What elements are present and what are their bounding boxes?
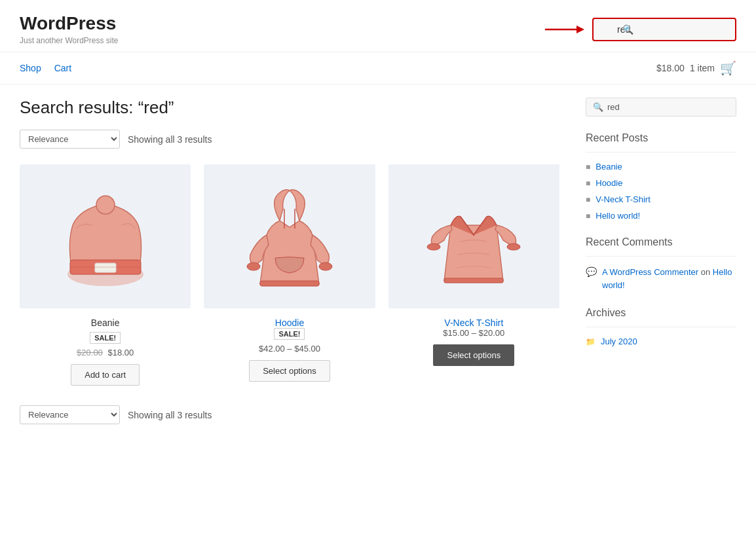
list-item: ■ Beanie — [586, 162, 736, 172]
product-name-beanie: Beanie — [20, 318, 191, 328]
site-tagline: Just another WordPress site — [20, 36, 119, 45]
tshirt-svg — [425, 183, 523, 291]
cart-amount: $18.00 — [656, 63, 685, 73]
product-image-hoodie — [204, 164, 375, 308]
svg-point-13 — [507, 244, 520, 250]
svg-rect-14 — [444, 278, 503, 283]
post-icon: ■ — [586, 195, 590, 204]
price-sale-beanie: $18.00 — [107, 348, 134, 357]
sale-label-beanie: SALE! — [90, 332, 121, 344]
sale-label-hoodie: SALE! — [274, 328, 305, 340]
sidebar-search-input[interactable] — [607, 102, 729, 112]
recent-comments-list: 💬 A WordPress Commenter on Hello world! — [586, 266, 736, 291]
list-item: ■ Hoodie — [586, 178, 736, 188]
nav-cart[interactable]: Cart — [54, 63, 71, 73]
comment-author-link[interactable]: A WordPress Commenter — [602, 267, 698, 277]
nav-links: Shop Cart — [20, 63, 71, 73]
svg-rect-11 — [260, 281, 319, 286]
arrow-indicator — [545, 22, 584, 37]
svg-rect-4 — [95, 263, 116, 272]
price-range-hoodie: $42.00 – $45.00 — [259, 344, 320, 354]
comment-on-text: on — [701, 267, 713, 277]
price-original-beanie: $20.00 — [77, 348, 103, 357]
archives-divider — [586, 327, 736, 327]
svg-marker-1 — [576, 26, 584, 33]
header-search-wrapper: 🔍 — [545, 18, 736, 41]
sort-select-bottom[interactable]: Relevance Popularity Average rating Late… — [20, 405, 120, 424]
post-link-vneck[interactable]: V-Neck T-Shirt — [595, 194, 651, 204]
comment-icon: 💬 — [586, 266, 597, 277]
sale-badge-beanie: SALE! — [20, 332, 191, 348]
archive-link-july2020[interactable]: July 2020 — [601, 337, 637, 346]
archives-title: Archives — [586, 307, 736, 319]
select-options-hoodie[interactable]: Select options — [249, 360, 330, 382]
product-card-beanie: Beanie SALE! $20.00 $18.00 Add to cart — [20, 164, 191, 386]
post-link-hoodie[interactable]: Hoodie — [595, 178, 622, 188]
hoodie-svg — [244, 183, 335, 291]
price-vneck: $15.00 – $20.00 — [388, 328, 559, 338]
site-branding: WordPress Just another WordPress site — [20, 13, 119, 45]
price-hoodie: $42.00 – $45.00 — [204, 344, 375, 354]
add-to-cart-beanie[interactable]: Add to cart — [71, 364, 140, 386]
price-beanie: $20.00 $18.00 — [20, 348, 191, 357]
content-area: Search results: “red” Relevance Populari… — [20, 98, 559, 424]
post-link-beanie[interactable]: Beanie — [595, 162, 622, 172]
sidebar-search-icon: 🔍 — [593, 102, 603, 112]
site-navigation: Shop Cart $18.00 1 item 🛒 — [0, 52, 756, 84]
post-icon: ■ — [586, 179, 590, 188]
archives-list: 📁 July 2020 — [586, 337, 736, 346]
products-grid: Beanie SALE! $20.00 $18.00 Add to cart — [20, 164, 559, 386]
comment-text: A WordPress Commenter on Hello world! — [602, 266, 736, 291]
cart-icon: 🛒 — [720, 60, 736, 76]
svg-point-5 — [96, 196, 115, 214]
sort-bar-top: Relevance Popularity Average rating Late… — [20, 130, 559, 149]
sidebar-search-box: 🔍 — [586, 98, 736, 117]
svg-point-10 — [319, 263, 332, 270]
product-image-beanie — [20, 164, 191, 308]
site-title: WordPress — [20, 13, 119, 34]
list-item: ■ Hello world! — [586, 211, 736, 221]
product-name-hoodie[interactable]: Hoodie — [275, 318, 304, 328]
header-search-input[interactable] — [592, 18, 736, 41]
post-icon: ■ — [586, 162, 590, 172]
post-link-hello[interactable]: Hello world! — [595, 211, 640, 221]
product-card-hoodie: Hoodie SALE! $42.00 – $45.00 Select opti… — [204, 164, 375, 386]
list-item: ■ V-Neck T-Shirt — [586, 194, 736, 204]
recent-posts-title: Recent Posts — [586, 132, 736, 144]
beanie-svg — [60, 183, 151, 291]
recent-comments-divider — [586, 256, 736, 257]
nav-shop[interactable]: Shop — [20, 63, 41, 73]
recent-posts-list: ■ Beanie ■ Hoodie ■ V-Neck T-Shirt ■ Hel… — [586, 162, 736, 221]
results-count-bottom: Showing all 3 results — [128, 410, 212, 420]
product-card-vneck: V-Neck T-Shirt $15.00 – $20.00 Select op… — [388, 164, 559, 386]
svg-point-9 — [247, 263, 260, 270]
svg-point-12 — [427, 244, 440, 250]
cart-info: $18.00 1 item 🛒 — [656, 60, 736, 76]
recent-comments-title: Recent Comments — [586, 236, 736, 248]
search-heading: Search results: “red” — [20, 98, 559, 118]
product-image-vneck — [388, 164, 559, 308]
recent-posts-divider — [586, 152, 736, 153]
results-count-top: Showing all 3 results — [128, 134, 212, 145]
product-name-vneck[interactable]: V-Neck T-Shirt — [444, 318, 503, 328]
sort-bar-bottom: Relevance Popularity Average rating Late… — [20, 405, 559, 424]
archive-icon: 📁 — [586, 337, 595, 346]
list-item: 📁 July 2020 — [586, 337, 736, 346]
price-range-vneck: $15.00 – $20.00 — [443, 328, 504, 338]
cart-items-count: 1 item — [690, 63, 715, 73]
sale-badge-hoodie: SALE! — [204, 328, 375, 344]
sidebar: 🔍 Recent Posts ■ Beanie ■ Hoodie ■ V-Nec… — [586, 98, 736, 424]
select-options-vneck[interactable]: Select options — [433, 344, 514, 366]
list-item: 💬 A WordPress Commenter on Hello world! — [586, 266, 736, 291]
sort-select-top[interactable]: Relevance Popularity Average rating Late… — [20, 130, 120, 149]
post-icon: ■ — [586, 211, 590, 221]
